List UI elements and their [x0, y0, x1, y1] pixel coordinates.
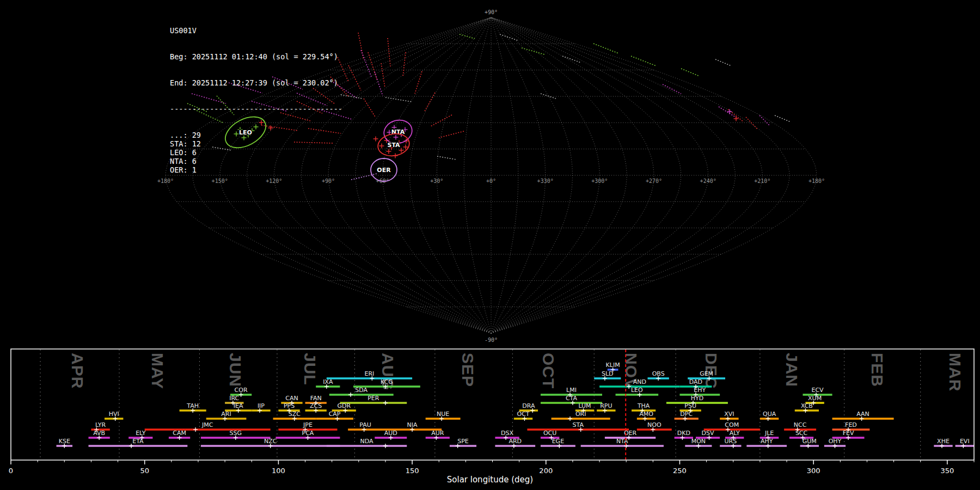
meteor-trail-gray	[715, 59, 731, 66]
activity-timeline-plot: APRMAYJUNJULAUGSEPOCTNOVDECJANFEBMARKLIM…	[0, 348, 980, 490]
radiant-map-screen: US001V Beg: 20251112 01:12:40 (sol = 229…	[0, 0, 980, 490]
meteor-trail-magenta	[361, 50, 371, 77]
shower-label-ERI: ERI	[365, 370, 375, 377]
month-label-APR: APR	[69, 353, 87, 389]
meteor-trail-red	[439, 131, 464, 138]
equator-longitude-label: +240°	[700, 178, 716, 184]
shower-label-AND: AND	[633, 378, 646, 385]
shower-label-FED: FED	[845, 421, 857, 428]
month-label-FEB: FEB	[868, 353, 886, 387]
meteor-trail-green	[631, 56, 656, 66]
month-label-OCT: OCT	[540, 353, 558, 389]
shower-label-CTA: CTA	[566, 395, 578, 402]
shower-label-DSV: DSV	[702, 430, 714, 437]
shower-label-DPC: DPC	[680, 411, 693, 418]
meteor-trail-red	[431, 115, 452, 126]
meteor-trail-red	[388, 38, 390, 66]
shower-label-SLD: SLD	[602, 370, 614, 377]
shower-label-JMC: JMC	[201, 421, 213, 428]
shower-label-XHE: XHE	[937, 438, 950, 445]
count-sporadic: ...: 29	[170, 131, 342, 139]
shower-label-NDA: NDA	[360, 438, 374, 445]
shower-label-IRC: IRC	[229, 395, 239, 402]
meteor-trail-red	[381, 63, 385, 88]
shower-label-GUM: GUM	[803, 438, 817, 445]
shower-label-CAP: CAP	[329, 411, 341, 418]
shower-bar-ORI	[552, 418, 610, 420]
shower-label-ETA: ETA	[132, 438, 144, 445]
shower-bar-JMC	[145, 428, 271, 431]
equator-longitude-label: +210°	[754, 178, 770, 184]
shower-bar-NTA	[581, 445, 664, 447]
shower-label-ARI: ARI	[221, 411, 231, 418]
equator-longitude-label: +180°	[808, 178, 825, 184]
count-OER: OER: 1	[170, 166, 342, 174]
observation-summary: US001V Beg: 20251112 01:12:40 (sol = 229…	[170, 9, 342, 192]
shower-label-GEM: GEM	[700, 370, 713, 377]
shower-label-DRA: DRA	[522, 402, 535, 409]
north-pole-label: +90°	[485, 9, 498, 15]
x-axis-title: Solar longitude (deg)	[0, 475, 980, 485]
count-STA: STA: 12	[170, 139, 342, 148]
shower-label-LUM: LUM	[578, 402, 591, 409]
shower-label-ALY: ALY	[730, 430, 740, 437]
shower-label-DSX: DSX	[501, 430, 513, 437]
shower-bar-ERI	[327, 377, 412, 379]
meteor-trail-magenta	[663, 84, 681, 94]
x-tick-label: 0	[9, 467, 13, 475]
shower-label-NCC: NCC	[794, 421, 807, 428]
shower-counts: ...: 29STA: 12LEO: 6NTA: 6OER: 1	[170, 131, 342, 174]
shower-label-ARD: ARD	[509, 438, 522, 445]
station-id: US001V	[170, 26, 342, 35]
meteor-trail-gray	[775, 115, 791, 122]
x-tick-label: 300	[807, 467, 820, 475]
shower-label-ECV: ECV	[811, 387, 824, 394]
meteor-trail-magenta	[375, 72, 383, 96]
shower-label-GDR: GDR	[337, 402, 351, 409]
shower-bar-SDA	[329, 394, 394, 396]
activity-timeline: APRMAYJUNJULAUGSEPOCTNOVDECJANFEBMARKLIM…	[0, 348, 980, 490]
meteor-trail-red	[364, 99, 376, 118]
shower-bar-LEO	[616, 394, 659, 396]
meteor-trail-red	[348, 65, 361, 90]
shower-bar-NDA	[327, 445, 407, 447]
meteor-trail-gray	[437, 156, 456, 160]
observation-begin: Beg: 20251112 01:12:40 (sol = 229.54°)	[170, 52, 342, 61]
shower-label-IIP: IIP	[258, 402, 265, 409]
count-NTA: NTA: 6	[170, 157, 342, 166]
shower-label-IXA: IXA	[323, 378, 333, 385]
shower-bar-SLD	[594, 377, 621, 379]
shower-label-LYR: LYR	[95, 421, 106, 428]
grid-meridian	[491, 17, 817, 333]
grid-meridian	[328, 17, 491, 333]
shower-bar-HYD	[666, 402, 728, 404]
shower-label-AHY: AHY	[761, 438, 773, 445]
shower-label-LMI: LMI	[566, 387, 577, 394]
shower-label-URS: URS	[724, 438, 737, 445]
month-label-SEP: SEP	[459, 353, 477, 387]
shower-label-PAU: PAU	[359, 421, 371, 428]
x-tick-label: 350	[940, 467, 954, 475]
sky-map: +180°+150°+120°+90°+60°+30°+0°+330°+300°…	[0, 0, 980, 348]
month-label-MAY: MAY	[149, 353, 167, 389]
equator-longitude-label: +270°	[646, 178, 662, 184]
shower-label-SCC: SCC	[795, 430, 808, 437]
radiant-label-STA: STA	[387, 142, 400, 149]
shower-label-RPU: RPU	[600, 402, 612, 409]
x-tick-label: 100	[272, 467, 285, 475]
shower-label-DKD: DKD	[677, 430, 690, 437]
month-label-JUL: JUL	[301, 353, 319, 385]
shower-bar-SPE	[450, 445, 476, 447]
south-pole-label: -90°	[485, 337, 498, 343]
shower-label-XVI: XVI	[724, 411, 734, 418]
equator-longitude-label: +300°	[591, 178, 608, 184]
x-tick-label: 250	[673, 467, 687, 475]
meteor-trail-red	[403, 52, 406, 77]
meteor-trail-gray	[385, 97, 412, 102]
divider-line: ---------------------------------------	[170, 105, 342, 113]
equator-longitude-label: +0°	[486, 178, 496, 184]
month-label-JUN: JUN	[226, 353, 244, 387]
month-label-JAN: JAN	[783, 353, 801, 387]
count-LEO: LEO: 6	[170, 148, 342, 157]
shower-label-EGE: EGE	[552, 438, 564, 445]
